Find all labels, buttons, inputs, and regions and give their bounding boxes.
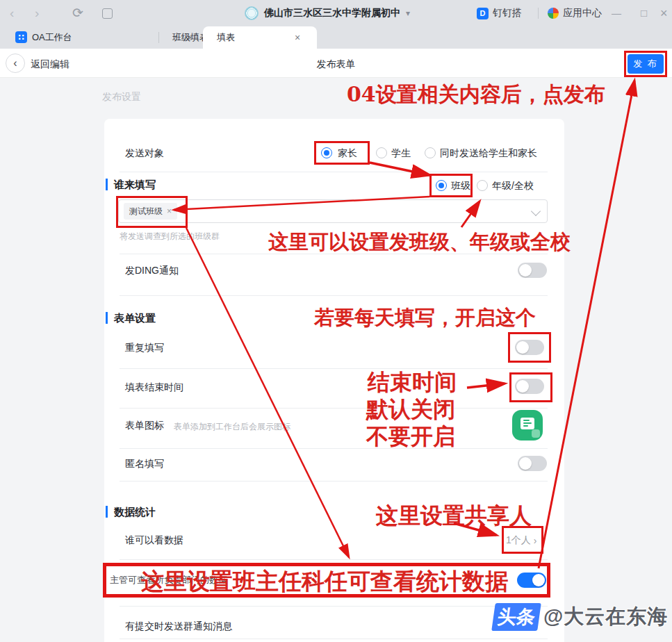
annotation-share-tip: 这里设置共享人 <box>376 501 532 532</box>
tab-form-close-icon[interactable]: × <box>295 26 300 49</box>
close-button[interactable]: × <box>660 0 668 26</box>
divider <box>120 606 548 607</box>
school-logo-icon <box>245 6 259 20</box>
dingtalk-build-entry[interactable]: D 钉钉搭 <box>477 7 522 19</box>
divider <box>120 448 548 449</box>
app-center-label: 应用中心 <box>563 7 602 19</box>
select-hint: 将发送调查到所选的班级群 <box>120 231 220 242</box>
anonymous-label: 匿名填写 <box>125 458 164 469</box>
divider <box>120 559 548 560</box>
radio-grade-label[interactable]: 年级/全校 <box>492 180 534 191</box>
section-bar <box>106 179 108 190</box>
divider <box>120 368 548 369</box>
annotation-box-publish <box>624 51 667 77</box>
divider <box>120 481 548 481</box>
titlebar-separator <box>538 8 539 19</box>
repeat-label: 重复填写 <box>125 342 164 353</box>
toutiao-badge: 头条 <box>491 603 541 631</box>
tab-bar: ∷ OA工作台 班级填表 × 填表 × <box>0 26 672 49</box>
publish-settings-label: 发布设置 <box>102 91 141 104</box>
app-window: ‹ › ⟳ 佛山市三水区三水中学附属初中 ▾ D 钉钉搭 应用中心 — □ × … <box>0 0 672 642</box>
annotation-scope-tip: 这里可以设置发班级、年级或全校 <box>268 229 571 256</box>
form-settings-title: 表单设置 <box>114 312 156 324</box>
divider <box>120 408 548 409</box>
org-title[interactable]: 佛山市三水区三水中学附属初中 ▾ <box>245 6 410 21</box>
section-bar <box>106 312 108 324</box>
form-icon-hint: 表单添加到工作台后会展示图标 <box>174 421 290 432</box>
tab-form[interactable]: 填表 × <box>203 26 317 49</box>
annotation-box-repeat <box>508 332 551 363</box>
divider <box>120 295 548 296</box>
annotation-publish-tip: 04设置相关内容后，点发布 <box>347 81 605 109</box>
ding-toggle[interactable] <box>518 263 547 278</box>
minimize-button[interactable]: — <box>612 0 621 26</box>
send-target-label: 发送对象 <box>125 147 164 158</box>
tab-form-label: 填表 <box>217 26 235 49</box>
annotation-daily-tip: 若要每天填写，开启这个 <box>314 304 536 332</box>
ding-label: 发DING通知 <box>125 265 179 276</box>
nav-back-icon[interactable]: ‹ <box>10 0 14 26</box>
stats-title: 数据统计 <box>114 506 156 518</box>
annotation-end-line3: 不要开启 <box>366 422 455 452</box>
workbench-grid-icon: ∷ <box>15 31 27 43</box>
tab-workbench[interactable]: ∷ <box>15 31 27 43</box>
anonymous-toggle[interactable] <box>518 456 547 471</box>
annotation-box-class <box>429 174 473 197</box>
caret-down-icon: ▾ <box>406 8 410 18</box>
annotation-end-line1: 结束时间 <box>368 368 457 398</box>
dingtalk-build-label: 钉钉搭 <box>493 7 522 19</box>
form-icon[interactable] <box>512 410 543 441</box>
radio-student-label[interactable]: 学生 <box>391 147 411 158</box>
edit-badge-icon <box>532 429 540 438</box>
radio-grade[interactable] <box>477 180 488 191</box>
maximize-button[interactable]: □ <box>641 0 647 26</box>
document-icon <box>521 418 534 429</box>
annotation-stats-tip: 这里设置班主任科任可查看统计数据 <box>141 566 508 598</box>
window-titlebar: ‹ › ⟳ 佛山市三水区三水中学附属初中 ▾ D 钉钉搭 应用中心 — □ × <box>0 0 672 26</box>
org-title-text: 佛山市三水区三水中学附属初中 <box>264 7 400 19</box>
page-title: 发布表单 <box>0 58 672 71</box>
who-fills-title: 谁来填写 <box>114 179 156 191</box>
radio-student[interactable] <box>376 147 387 158</box>
deadline-label: 填表结束时间 <box>125 381 183 393</box>
app-center-icon <box>548 8 559 19</box>
notify-label: 有提交时发送群通知消息 <box>125 620 232 632</box>
watermark-handle: @大云在东海 <box>543 603 668 631</box>
who-sees-label: 谁可以看数据 <box>125 534 183 545</box>
tab-workbench-label[interactable]: OA工作台 <box>32 26 72 49</box>
divider <box>120 172 548 172</box>
annotation-box-deadline <box>509 372 552 402</box>
screenshot-frame-icon[interactable] <box>102 8 113 19</box>
dingtalk-build-icon: D <box>477 8 489 19</box>
tab-class-form-close-icon[interactable]: × <box>188 26 193 49</box>
form-icon-label: 表单图标 <box>125 420 164 431</box>
annotation-box-parent <box>314 141 370 165</box>
refresh-icon[interactable]: ⟳ <box>72 0 83 26</box>
tab-separator <box>158 32 159 43</box>
app-center-entry[interactable]: 应用中心 <box>548 7 602 19</box>
annotation-box-tag <box>116 196 188 228</box>
section-bar <box>106 506 108 518</box>
watermark: 头条 @大云在东海 <box>493 603 668 631</box>
radio-both-label[interactable]: 同时发送给学生和家长 <box>440 147 537 158</box>
nav-forward-icon[interactable]: › <box>35 0 39 26</box>
annotation-end-line2: 默认关闭 <box>366 395 455 425</box>
divider <box>120 639 548 639</box>
radio-both[interactable] <box>425 147 436 158</box>
